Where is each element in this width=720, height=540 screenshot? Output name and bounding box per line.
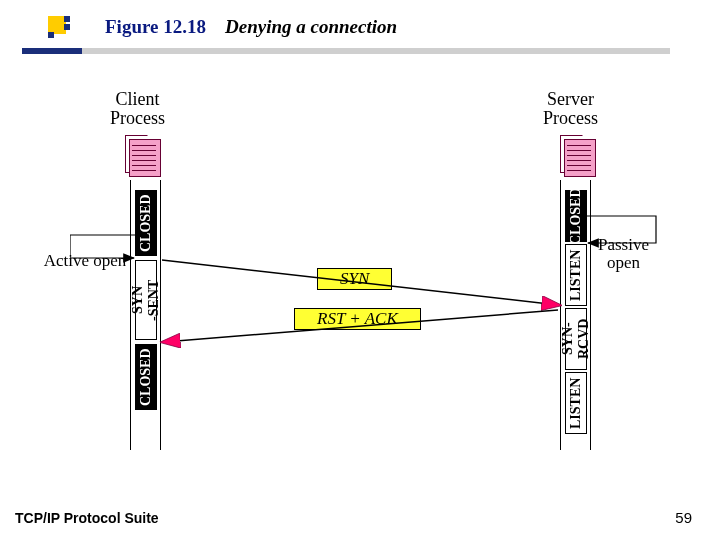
passive-open-l1: Passive (598, 235, 649, 254)
server-state-syn-rcvd: SYN- RCVD (565, 308, 587, 370)
client-process-label: Client Process (110, 90, 165, 128)
active-open-label: Active open (40, 252, 130, 270)
figure-number: Figure 12.18 (105, 16, 206, 38)
server-state-listen-2: LISTEN (565, 372, 587, 434)
passive-open-label: Passive open (598, 236, 649, 272)
server-process-label: Server Process (543, 90, 598, 128)
client-state-closed-1: CLOSED (135, 190, 157, 256)
page-number: 59 (675, 509, 692, 526)
server-state-listen-1: LISTEN (565, 244, 587, 306)
server-label-line1: Server (547, 89, 594, 109)
bullet-icon (48, 16, 70, 38)
client-label-line2: Process (110, 108, 165, 128)
server-process-icon (560, 135, 596, 177)
server-timeline-outer (590, 180, 591, 450)
slide-header: Figure 12.18 Denying a connection (20, 10, 700, 50)
syn-message-label: SYN (317, 268, 392, 290)
client-label-line1: Client (116, 89, 160, 109)
figure-title: Denying a connection (225, 16, 397, 38)
passive-open-l2: open (607, 253, 640, 272)
server-timeline-inner (560, 180, 561, 450)
sequence-diagram: Client Process Server Process CLOSED SYN… (70, 90, 670, 460)
rst-ack-message-label: RST + ACK (294, 308, 421, 330)
header-rule-accent (22, 48, 82, 54)
server-state-closed: CLOSED (565, 190, 587, 242)
client-state-closed-2: CLOSED (135, 344, 157, 410)
client-state-syn-sent: SYN -SENT (135, 260, 157, 340)
client-process-icon (125, 135, 161, 177)
server-label-line2: Process (543, 108, 598, 128)
footer-suite: TCP/IP Protocol Suite (15, 510, 159, 526)
header-rule (30, 48, 670, 54)
